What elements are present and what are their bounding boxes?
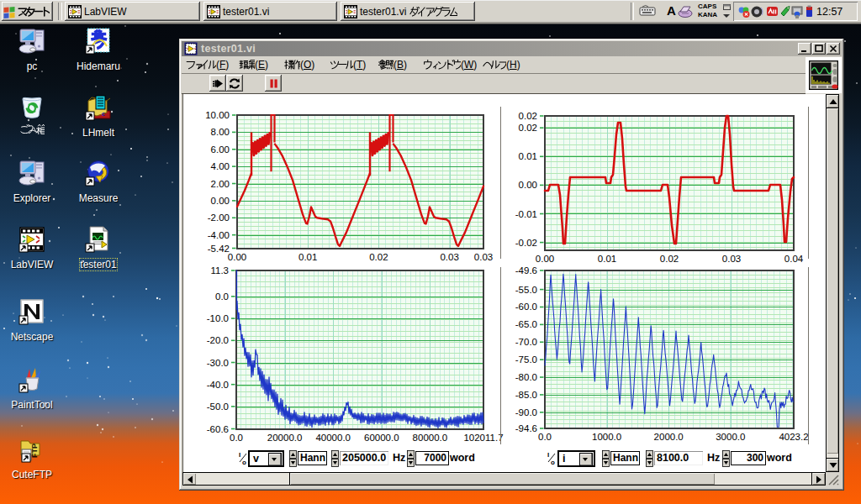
svg-text:0.03: 0.03 (440, 252, 458, 262)
svg-text:0.02: 0.02 (369, 252, 388, 262)
svg-text:o: o (242, 459, 246, 465)
svg-text:10.00: 10.00 (205, 110, 230, 120)
svg-text:-80.0: -80.0 (515, 372, 537, 382)
svg-text:-70.0: -70.0 (515, 337, 537, 347)
svg-text:0.0: 0.0 (538, 432, 552, 442)
svg-text:-2.00: -2.00 (208, 213, 230, 223)
svg-text:-40.0: -40.0 (207, 380, 229, 390)
svg-text:4023.2: 4023.2 (779, 432, 808, 442)
svg-text:20000.0: 20000.0 (267, 433, 303, 443)
svg-text:0.02: 0.02 (519, 111, 537, 121)
svg-text:-60.0: -60.0 (515, 302, 537, 312)
svg-text:40000.0: 40000.0 (315, 433, 351, 443)
svg-text:0.01: 0.01 (519, 151, 537, 161)
svg-text:0.00: 0.00 (536, 254, 554, 264)
svg-text:0.03: 0.03 (474, 252, 493, 262)
svg-text:-85.0: -85.0 (515, 390, 537, 400)
svg-text:11.3: 11.3 (210, 265, 229, 276)
svg-text:3000.0: 3000.0 (716, 432, 745, 442)
svg-text:4.00: 4.00 (211, 161, 230, 171)
svg-text:I: I (239, 451, 240, 459)
svg-text:8.00: 8.00 (211, 127, 230, 137)
svg-text:-0.02: -0.02 (515, 238, 537, 248)
svg-text:-49.6: -49.6 (515, 265, 537, 276)
svg-text:102011.7: 102011.7 (463, 433, 503, 443)
svg-text:0.0: 0.0 (215, 291, 229, 302)
svg-text:-0.01: -0.01 (515, 209, 537, 219)
svg-text:0.02: 0.02 (660, 254, 679, 264)
svg-text:-55.0: -55.0 (515, 285, 537, 295)
svg-text:-30.0: -30.0 (207, 358, 229, 368)
svg-text:0.01: 0.01 (598, 254, 616, 264)
svg-text:60000.0: 60000.0 (364, 433, 399, 443)
svg-text:0.0: 0.0 (230, 433, 243, 443)
svg-text:0.02: 0.02 (519, 123, 537, 133)
svg-text:0.01: 0.01 (298, 252, 317, 262)
svg-text:6.00: 6.00 (211, 144, 230, 155)
svg-text:-50.0: -50.0 (207, 402, 229, 412)
svg-text:-10.0: -10.0 (207, 313, 229, 323)
svg-text:-60.6: -60.6 (207, 424, 229, 434)
svg-text:80000.0: 80000.0 (413, 433, 448, 443)
svg-text:0.00: 0.00 (228, 252, 246, 262)
svg-text:2000.0: 2000.0 (654, 432, 684, 442)
svg-text:0.04: 0.04 (784, 254, 804, 264)
svg-text:I: I (547, 451, 549, 459)
svg-text:0.00: 0.00 (211, 196, 230, 206)
svg-text:-4.00: -4.00 (208, 230, 230, 240)
svg-text:-5.42: -5.42 (208, 244, 230, 254)
svg-text:-90.0: -90.0 (515, 407, 537, 417)
svg-text:1000.0: 1000.0 (592, 432, 621, 442)
svg-text:-20.0: -20.0 (207, 335, 229, 345)
svg-text:-75.0: -75.0 (515, 354, 537, 365)
svg-text:0.00: 0.00 (519, 180, 537, 190)
svg-text:-65.0: -65.0 (515, 319, 537, 329)
svg-text:-94.6: -94.6 (515, 423, 537, 433)
svg-text:0.03: 0.03 (722, 254, 741, 264)
svg-text:o: o (551, 459, 555, 465)
svg-text:2.00: 2.00 (211, 179, 230, 189)
